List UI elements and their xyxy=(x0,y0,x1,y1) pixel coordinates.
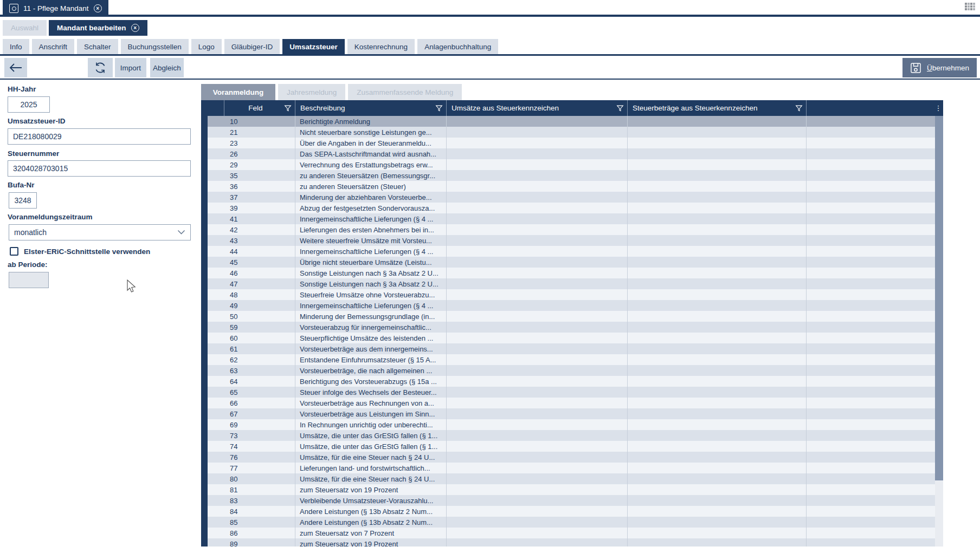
table-row[interactable]: 39Abzug der festgesetzten Sondervorausza… xyxy=(201,203,935,213)
cell-feld[interactable]: 50 xyxy=(224,311,295,322)
table-row[interactable]: 41Innergemeinschaftliche Lieferungen (§ … xyxy=(201,213,935,224)
cell-umsaetze[interactable] xyxy=(447,517,628,528)
cell-steuerbetraege[interactable] xyxy=(628,159,807,170)
row-gutter[interactable] xyxy=(201,387,224,398)
cell-beschreibung[interactable]: Vorsteuerbeträge, die nach allgemeinen .… xyxy=(295,365,447,376)
cell-feld[interactable]: 46 xyxy=(224,268,295,278)
cell-umsaetze[interactable] xyxy=(447,148,628,159)
cell-spacer[interactable] xyxy=(807,235,935,246)
row-gutter[interactable] xyxy=(201,138,224,148)
apps-grid-icon[interactable] xyxy=(965,3,975,10)
uebernehmen-button[interactable]: Übernehmen xyxy=(902,58,977,77)
cell-spacer[interactable] xyxy=(807,170,935,181)
cell-umsaetze[interactable] xyxy=(447,127,628,138)
cell-spacer[interactable] xyxy=(807,278,935,289)
cell-steuerbetraege[interactable] xyxy=(628,441,807,452)
cell-umsaetze[interactable] xyxy=(447,441,628,452)
cell-umsaetze[interactable] xyxy=(447,430,628,441)
cell-umsaetze[interactable] xyxy=(447,408,628,419)
cell-beschreibung[interactable]: zu anderen Steuersätzen (Steuer) xyxy=(295,181,447,192)
cell-beschreibung[interactable]: Umsätze, die unter das GrEStG fallen (§ … xyxy=(295,441,447,452)
row-gutter[interactable] xyxy=(201,246,224,257)
table-row[interactable]: 26Das SEPA-Lastschriftmandat wird ausnah… xyxy=(201,148,935,159)
cell-umsaetze[interactable] xyxy=(447,138,628,148)
table-row[interactable]: 64Berichtigung des Vorsteuerabzugs (§ 15… xyxy=(201,376,935,387)
cell-umsaetze[interactable] xyxy=(447,116,628,127)
cell-steuerbetraege[interactable] xyxy=(628,430,807,441)
cell-feld[interactable]: 42 xyxy=(224,224,295,235)
cell-feld[interactable]: 48 xyxy=(224,289,295,300)
cell-spacer[interactable] xyxy=(807,473,935,484)
tab-zusammenfassende-meldung[interactable]: Zusammenfassende Meldung xyxy=(348,84,462,100)
cell-beschreibung[interactable]: Vorsteuerabzug für innergemeinschaftlic.… xyxy=(295,322,447,333)
row-gutter[interactable] xyxy=(201,354,224,365)
cell-beschreibung[interactable]: zum Steuersatz von 7 Prozent xyxy=(295,528,447,538)
cell-feld[interactable]: 86 xyxy=(224,528,295,538)
table-row[interactable]: 89zum Steuersatz von 19 Prozent xyxy=(201,538,935,547)
table-row[interactable]: 10Berichtigte Anmeldung xyxy=(201,116,935,127)
cell-feld[interactable]: 77 xyxy=(224,463,295,473)
cell-steuerbetraege[interactable] xyxy=(628,387,807,398)
cell-umsaetze[interactable] xyxy=(447,419,628,430)
row-gutter[interactable] xyxy=(201,148,224,159)
cell-umsaetze[interactable] xyxy=(447,506,628,517)
umsatzsteuer-id-input[interactable] xyxy=(8,128,191,145)
row-gutter[interactable] xyxy=(201,473,224,484)
cell-beschreibung[interactable]: Sonstige Leistungen nach § 3a Absatz 2 U… xyxy=(295,278,447,289)
row-gutter[interactable] xyxy=(201,333,224,343)
tab-kostenrechnung[interactable]: Kostenrechnung xyxy=(347,39,415,54)
cell-spacer[interactable] xyxy=(807,268,935,278)
cell-beschreibung[interactable]: Berichtigung des Vorsteuerabzugs (§ 15a … xyxy=(295,376,447,387)
table-row[interactable]: 85Andere Leistungen (§ 13b Absatz 2 Num.… xyxy=(201,517,935,528)
row-gutter[interactable] xyxy=(201,127,224,138)
row-gutter[interactable] xyxy=(201,343,224,354)
cell-umsaetze[interactable] xyxy=(447,224,628,235)
row-gutter[interactable] xyxy=(201,235,224,246)
row-gutter[interactable] xyxy=(201,452,224,463)
cell-spacer[interactable] xyxy=(807,354,935,365)
cell-spacer[interactable] xyxy=(807,463,935,473)
cell-steuerbetraege[interactable] xyxy=(628,517,807,528)
cell-spacer[interactable] xyxy=(807,343,935,354)
column-header-steuerbetraege[interactable]: Steuerbeträge aus Steuerkennzeichen xyxy=(628,100,807,116)
cell-spacer[interactable] xyxy=(807,203,935,213)
table-row[interactable]: 65Steuer infolge des Wechsels der Besteu… xyxy=(201,387,935,398)
cell-steuerbetraege[interactable] xyxy=(628,506,807,517)
cell-umsaetze[interactable] xyxy=(447,192,628,203)
table-row[interactable]: 74Umsätze, die unter das GrEStG fallen (… xyxy=(201,441,935,452)
voranmeldungszeitraum-select[interactable]: monatlich xyxy=(9,224,191,240)
cell-steuerbetraege[interactable] xyxy=(628,528,807,538)
cell-steuerbetraege[interactable] xyxy=(628,181,807,192)
cell-umsaetze[interactable] xyxy=(447,268,628,278)
cell-steuerbetraege[interactable] xyxy=(628,333,807,343)
row-gutter[interactable] xyxy=(201,278,224,289)
cell-beschreibung[interactable]: Das SEPA-Lastschriftmandat wird ausnah..… xyxy=(295,148,447,159)
cell-spacer[interactable] xyxy=(807,419,935,430)
cell-steuerbetraege[interactable] xyxy=(628,268,807,278)
table-row[interactable]: 62Entstandene Einfuhrumsatzsteuer (§ 15 … xyxy=(201,354,935,365)
cell-umsaetze[interactable] xyxy=(447,495,628,506)
cell-umsaetze[interactable] xyxy=(447,528,628,538)
table-row[interactable]: 21Nicht steuerbare sonstige Leistungen g… xyxy=(201,127,935,138)
cell-spacer[interactable] xyxy=(807,192,935,203)
cell-beschreibung[interactable]: Innergemeinschaftliche Lieferungen (§ 4 … xyxy=(295,246,447,257)
row-gutter[interactable] xyxy=(201,213,224,224)
table-row[interactable]: 48Steuerfreie Umsätze ohne Vorsteuerabzu… xyxy=(201,289,935,300)
tab-anschrift[interactable]: Anschrift xyxy=(32,39,75,54)
cell-spacer[interactable] xyxy=(807,528,935,538)
table-row[interactable]: 23Über die Angaben in der Steueranmeldu.… xyxy=(201,138,935,148)
cell-spacer[interactable] xyxy=(807,148,935,159)
hh-jahr-input[interactable] xyxy=(8,96,50,113)
cell-steuerbetraege[interactable] xyxy=(628,192,807,203)
cell-steuerbetraege[interactable] xyxy=(628,343,807,354)
row-gutter[interactable] xyxy=(201,528,224,538)
cell-beschreibung[interactable]: Minderung der Bemessungsgrundlage (in... xyxy=(295,311,447,322)
row-gutter[interactable] xyxy=(201,268,224,278)
cell-spacer[interactable] xyxy=(807,430,935,441)
cell-beschreibung[interactable]: Weitere steuerfreie Umsätze mit Vorsteu.… xyxy=(295,235,447,246)
cell-feld[interactable]: 23 xyxy=(224,138,295,148)
table-row[interactable]: 44Innergemeinschaftliche Lieferungen (§ … xyxy=(201,246,935,257)
table-row[interactable]: 42Lieferungen des ersten Abnehmers bei i… xyxy=(201,224,935,235)
row-gutter[interactable] xyxy=(201,257,224,268)
cell-umsaetze[interactable] xyxy=(447,170,628,181)
